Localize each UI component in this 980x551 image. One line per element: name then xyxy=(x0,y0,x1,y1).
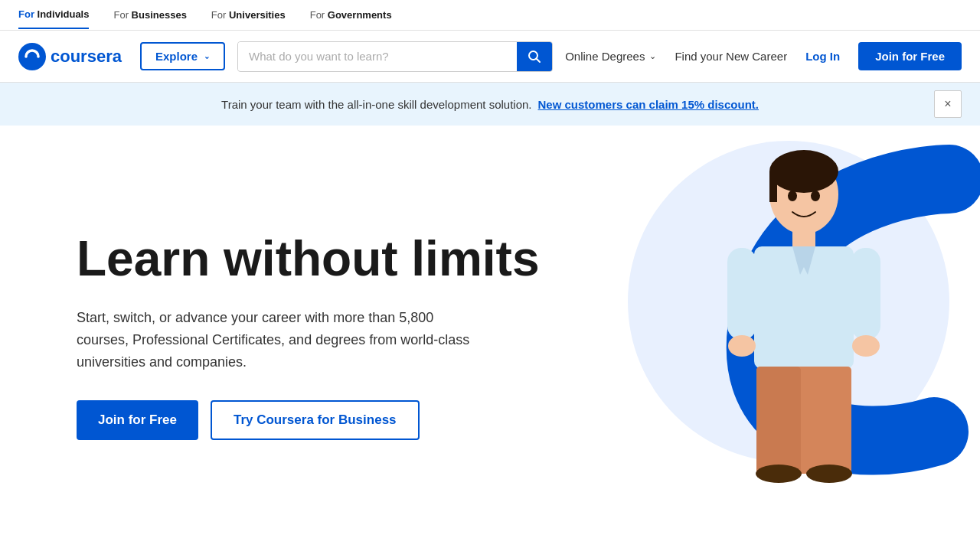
search-icon xyxy=(528,50,541,64)
nav-right-actions: Online Degrees ⌄ Find your New Career Lo… xyxy=(565,42,962,70)
main-navigation: coursera Explore ⌄ Online Degrees ⌄ Find… xyxy=(0,31,980,83)
nav-join-label: Join for Free xyxy=(875,50,945,63)
coursera-logo-icon xyxy=(18,43,46,70)
svg-point-11 xyxy=(728,335,756,357)
svg-point-18 xyxy=(811,191,820,201)
search-button[interactable] xyxy=(517,42,552,71)
svg-rect-10 xyxy=(851,248,880,340)
try-business-label: Try Coursera for Business xyxy=(234,412,397,427)
svg-point-17 xyxy=(788,191,797,201)
svg-rect-5 xyxy=(769,171,777,202)
login-button[interactable]: Log In xyxy=(805,50,840,63)
close-icon: × xyxy=(944,97,951,111)
hero-join-button[interactable]: Join for Free xyxy=(77,400,198,440)
hero-subtitle: Start, switch, or advance your career wi… xyxy=(77,307,475,373)
find-career-link[interactable]: Find your New Career xyxy=(675,50,787,63)
person-illustration xyxy=(674,141,934,485)
topnav-universities[interactable]: For Universities xyxy=(211,2,286,28)
svg-rect-9 xyxy=(727,248,756,340)
hero-section: Learn without limits Start, switch, or a… xyxy=(0,126,980,508)
hero-join-label: Join for Free xyxy=(98,412,177,427)
login-label: Log In xyxy=(805,50,840,63)
hero-content: Learn without limits Start, switch, or a… xyxy=(77,232,551,441)
find-career-label: Find your New Career xyxy=(675,50,787,63)
svg-point-12 xyxy=(852,335,880,357)
online-degrees-chevron-icon: ⌄ xyxy=(649,51,656,61)
banner-link[interactable]: New customers can claim 15% discount. xyxy=(538,98,759,111)
svg-line-2 xyxy=(537,58,541,62)
promo-banner: Train your team with the all-in-one skil… xyxy=(0,83,980,126)
explore-button[interactable]: Explore ⌄ xyxy=(140,42,225,70)
coursera-logo-text: coursera xyxy=(51,47,122,67)
online-degrees-menu[interactable]: Online Degrees ⌄ xyxy=(565,50,656,63)
svg-point-0 xyxy=(18,43,46,70)
online-degrees-label: Online Degrees xyxy=(565,50,645,63)
svg-point-4 xyxy=(769,150,838,193)
explore-label: Explore xyxy=(155,50,198,63)
banner-close-button[interactable]: × xyxy=(934,90,962,118)
svg-point-15 xyxy=(756,465,802,483)
topnav-governments[interactable]: For Governments xyxy=(310,2,392,28)
hero-image-area xyxy=(597,126,980,508)
svg-point-16 xyxy=(806,465,852,483)
topnav-individuals[interactable]: For Individuals xyxy=(18,1,89,29)
try-business-button[interactable]: Try Coursera for Business xyxy=(211,400,420,440)
search-input[interactable] xyxy=(238,42,517,70)
search-bar xyxy=(237,41,553,72)
svg-rect-14 xyxy=(756,367,801,474)
nav-join-button[interactable]: Join for Free xyxy=(858,42,962,70)
top-navigation: For Individuals For Businesses For Unive… xyxy=(0,0,980,31)
explore-chevron-icon: ⌄ xyxy=(204,52,210,60)
topnav-businesses[interactable]: For Businesses xyxy=(113,2,186,28)
coursera-logo[interactable]: coursera xyxy=(18,43,122,70)
banner-text: Train your team with the all-in-one skil… xyxy=(221,98,531,111)
hero-buttons: Join for Free Try Coursera for Business xyxy=(77,400,551,440)
hero-title: Learn without limits xyxy=(77,232,551,285)
